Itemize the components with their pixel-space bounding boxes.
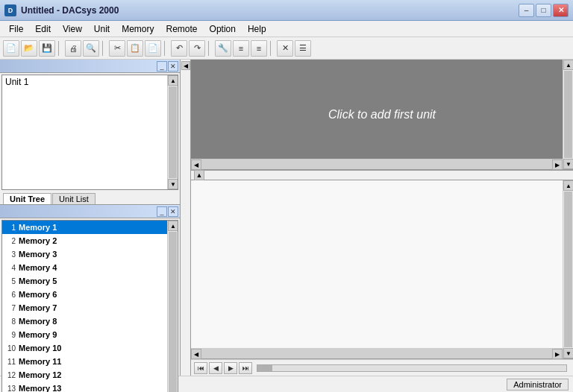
memory-panel-titlebar: _ ✕	[0, 205, 180, 218]
menu-unit[interactable]: Unit	[88, 22, 116, 36]
canvas-area[interactable]: Click to add first unit ▲ ▼ ◀ ▶	[191, 60, 573, 170]
app-icon: D	[4, 4, 16, 16]
unit-panel-close[interactable]: ✕	[168, 61, 178, 72]
toolbar-cut[interactable]: ✂	[109, 40, 125, 57]
canvas-click-text[interactable]: Click to add first unit	[328, 108, 436, 121]
canvas-scroll-left[interactable]: ◀	[191, 159, 201, 170]
memory-item-4[interactable]: 4 Memory 4	[2, 261, 178, 274]
memory-item-8[interactable]: 8 Memory 8	[2, 314, 178, 328]
detail-scroll-left[interactable]: ◀	[191, 349, 201, 359]
unit-tree-content: Unit 1 ▲ ▼	[1, 75, 178, 190]
detail-scroll-down[interactable]: ▼	[563, 348, 573, 358]
memory-scrollbar-v[interactable]: ▲ ▼	[167, 221, 178, 392]
left-panel: _ ✕ Unit 1 ▲ ▼ Unit Tree Unit List _ ✕	[0, 60, 181, 376]
unit-tabs: Unit Tree Unit List	[0, 192, 180, 204]
memory-item-3[interactable]: 3 Memory 3	[2, 247, 178, 261]
memory-item-7[interactable]: 7 Memory 7	[2, 301, 178, 314]
toolbar-tool3[interactable]: ≡	[251, 40, 267, 57]
toolbar: 📄 📂 💾 🖨 🔍 ✂ 📋 📄 ↶ ↷ 🔧 ≡ ≡ ✕ ☰	[0, 37, 573, 60]
detail-scrollbar-v[interactable]: ▲ ▼	[563, 180, 573, 358]
nav-thumb[interactable]	[257, 365, 272, 371]
nav-next[interactable]: ▶	[224, 362, 237, 374]
menu-remote[interactable]: Remote	[160, 22, 204, 36]
detail-scroll-up[interactable]: ▲	[563, 180, 573, 191]
menu-bar: File Edit View Unit Memory Remote Option…	[0, 21, 573, 37]
right-panel: Click to add first unit ▲ ▼ ◀ ▶ ▲	[191, 60, 573, 376]
toolbar-tool1[interactable]: 🔧	[215, 40, 231, 57]
memory-list-content: 1 Memory 1 2 Memory 2 3 Memory 3 4 Memor…	[1, 220, 178, 392]
maximize-button[interactable]: □	[536, 4, 551, 17]
unit-item[interactable]: Unit 1	[2, 75, 178, 89]
menu-edit[interactable]: Edit	[29, 22, 57, 36]
v-divider-strip: ◀	[181, 60, 191, 376]
toolbar-save[interactable]: 💾	[39, 40, 55, 57]
title-bar: D Untitled - DACsys 2000 – □ ✕	[0, 0, 573, 21]
minimize-button[interactable]: –	[519, 4, 534, 17]
canvas-scrollbar-h[interactable]: ◀ ▶	[191, 159, 563, 169]
tab-unit-tree[interactable]: Unit Tree	[3, 193, 51, 204]
toolbar-print[interactable]: 🖨	[65, 40, 81, 57]
unit-scrollbar-v[interactable]: ▲ ▼	[167, 75, 178, 189]
toolbar-menu[interactable]: ☰	[295, 40, 311, 57]
nav-progress[interactable]	[257, 364, 567, 372]
memory-panel-minimize[interactable]: _	[157, 206, 167, 217]
scrollbar-thumb[interactable]	[169, 86, 177, 178]
unit-panel-titlebar: _ ✕	[0, 60, 180, 73]
detail-area: ▲ ▼ ◀ ▶	[191, 180, 573, 359]
tab-unit-list[interactable]: Unit List	[52, 193, 96, 204]
memory-item-13[interactable]: 13 Memory 13	[2, 382, 178, 392]
toolbar-undo[interactable]: ↶	[171, 40, 187, 57]
memory-scroll-up[interactable]: ▲	[168, 221, 178, 231]
scrollbar-up[interactable]: ▲	[168, 75, 178, 86]
detail-scroll-track-h[interactable]	[201, 349, 552, 358]
right-section: ◀ Click to add first unit ▲ ▼ ◀ ▶	[181, 60, 573, 376]
toolbar-sep1	[58, 41, 62, 56]
unit-panel-minimize[interactable]: _	[157, 61, 167, 72]
main-layout: _ ✕ Unit 1 ▲ ▼ Unit Tree Unit List _ ✕	[0, 60, 573, 376]
nav-last[interactable]: ⏭	[239, 362, 252, 374]
div-arrow[interactable]: ▲	[194, 170, 204, 180]
memory-item-5[interactable]: 5 Memory 5	[2, 274, 178, 288]
scrollbar-down[interactable]: ▼	[168, 179, 178, 189]
detail-scroll-thumb[interactable]	[564, 192, 572, 347]
canvas-scroll-thumb[interactable]	[564, 71, 572, 158]
title-bar-controls: – □ ✕	[519, 4, 569, 17]
title-bar-text: Untitled - DACsys 2000	[21, 5, 519, 16]
memory-item-11[interactable]: 11 Memory 11	[2, 355, 178, 368]
detail-scroll-right[interactable]: ▶	[552, 349, 563, 359]
nav-prev[interactable]: ◀	[209, 362, 222, 374]
memory-item-9[interactable]: 9 Memory 9	[2, 328, 178, 341]
canvas-scroll-down[interactable]: ▼	[563, 159, 573, 169]
memory-item-10[interactable]: 10 Memory 10	[2, 341, 178, 355]
canvas-scroll-up[interactable]: ▲	[563, 60, 573, 70]
toolbar-paste[interactable]: 📄	[145, 40, 161, 57]
toolbar-sep2	[102, 41, 106, 56]
canvas-scrollbar-v[interactable]: ▲ ▼	[563, 60, 573, 169]
toolbar-copy[interactable]: 📋	[127, 40, 143, 57]
menu-help[interactable]: Help	[242, 22, 272, 36]
menu-file[interactable]: File	[3, 22, 29, 36]
toolbar-open[interactable]: 📂	[21, 40, 37, 57]
menu-memory[interactable]: Memory	[116, 22, 160, 36]
memory-item-1[interactable]: 1 Memory 1	[2, 221, 178, 234]
detail-scrollbar-h[interactable]: ◀ ▶	[191, 348, 563, 358]
memory-scroll-thumb[interactable]	[169, 232, 177, 392]
memory-panel-close[interactable]: ✕	[168, 206, 178, 217]
toolbar-close[interactable]: ✕	[277, 40, 293, 57]
toolbar-preview[interactable]: 🔍	[83, 40, 99, 57]
toolbar-new[interactable]: 📄	[3, 40, 19, 57]
memory-list: 1 Memory 1 2 Memory 2 3 Memory 3 4 Memor…	[2, 221, 178, 392]
close-button[interactable]: ✕	[553, 4, 569, 17]
nav-first[interactable]: ⏮	[194, 362, 207, 374]
h-divider: ▲	[191, 170, 573, 180]
toolbar-redo[interactable]: ↷	[189, 40, 205, 57]
canvas-scroll-track-h[interactable]	[201, 159, 552, 169]
toolbar-tool2[interactable]: ≡	[233, 40, 249, 57]
v-strip-btn[interactable]: ◀	[181, 61, 190, 70]
memory-item-12[interactable]: 12 Memory 12	[2, 368, 178, 382]
memory-item-2[interactable]: 2 Memory 2	[2, 234, 178, 247]
memory-item-6[interactable]: 6 Memory 6	[2, 288, 178, 301]
menu-view[interactable]: View	[57, 22, 88, 36]
menu-option[interactable]: Option	[204, 22, 242, 36]
canvas-scroll-right[interactable]: ▶	[552, 159, 563, 170]
